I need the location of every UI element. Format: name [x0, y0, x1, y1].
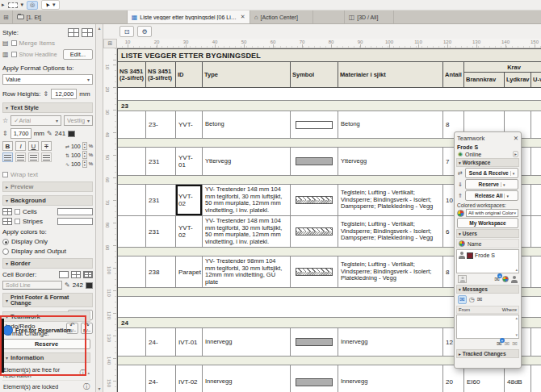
workspace-section-header[interactable]: ▾ Workspace: [456, 158, 519, 167]
tab-action-center[interactable]: ⌂ [Action Center]: [250, 10, 313, 23]
line-leading-stepper[interactable]: ▴▾: [82, 151, 87, 159]
new-message-icon[interactable]: ✉: [497, 340, 502, 348]
merge-items-checkbox[interactable]: [11, 40, 17, 46]
cell-materials[interactable]: Innervegg: [338, 365, 443, 392]
cell-uverdi[interactable]: [531, 216, 541, 247]
inbox-mail-icon[interactable]: ✉: [458, 295, 467, 304]
chevron-right-icon[interactable]: ▸: [513, 151, 518, 157]
users-section-header[interactable]: ▾ Users: [456, 229, 519, 238]
tab-overview-grid[interactable]: ⊞: [0, 10, 13, 23]
release-all-button[interactable]: Release All ▾: [465, 190, 518, 201]
close-icon[interactable]: ✕: [514, 135, 518, 142]
bold-button[interactable]: B: [2, 141, 13, 151]
header-brannkrav[interactable]: Brannkrav: [464, 73, 505, 87]
workspace-colors-icon[interactable]: [502, 276, 509, 282]
step-down-icon[interactable]: ▾: [84, 155, 86, 158]
cell-ns3[interactable]: 231: [146, 185, 176, 215]
border-pen-swatch[interactable]: [86, 282, 93, 289]
teamwork-section-header[interactable]: ▾ Teamwork: [2, 311, 90, 322]
print-footer-section-header[interactable]: ▾ Print Footer & Format Change: [2, 293, 93, 307]
step-down-icon[interactable]: ▾: [84, 146, 86, 149]
user-profile-icon[interactable]: [511, 276, 518, 283]
reserve-button[interactable]: Reserve: [2, 339, 90, 349]
chevron-down-icon[interactable]: ▾: [21, 1, 24, 9]
cell-symbol[interactable]: [291, 216, 338, 247]
cell-ns2[interactable]: [118, 365, 146, 392]
cell-ns2[interactable]: [118, 256, 146, 287]
strikethrough-button[interactable]: T: [41, 141, 52, 151]
row-height-input[interactable]: 12,000: [51, 89, 77, 99]
cell-id[interactable]: YVT-02: [176, 216, 203, 247]
font-family-select[interactable]: ✓Arial ▾: [10, 115, 61, 126]
text-pen-value[interactable]: 241: [55, 130, 65, 137]
line-leading-value[interactable]: 100: [71, 152, 81, 158]
cell-uverdi[interactable]: [531, 111, 541, 138]
messages-section-header[interactable]: ▾ Messages: [456, 285, 519, 294]
users-list[interactable]: Frode S ▴: [456, 249, 519, 273]
header-materials[interactable]: Materialer i sjikt: [338, 62, 443, 87]
line-type-select[interactable]: Solid Line: [2, 281, 62, 290]
letter-spacing-stepper[interactable]: ▴▾: [82, 142, 87, 150]
reply-message-icon[interactable]: ✉: [512, 340, 518, 348]
chevron-down-icon[interactable]: ▾: [52, 1, 56, 9]
scroll-up-icon[interactable]: ▴: [98, 25, 100, 31]
cell-ns2[interactable]: [118, 216, 146, 247]
cell-materials[interactable]: Teglstein; Lufting - Vertikalt; Vindsper…: [338, 185, 443, 215]
cell-materials[interactable]: Teglstein; Lufting - Vertikalt; Vindsper…: [338, 256, 443, 287]
preview-section-header[interactable]: ▸ Preview: [2, 181, 93, 192]
cell-uverdi[interactable]: [531, 365, 541, 392]
align-left-button[interactable]: [2, 152, 13, 162]
cell-ns2[interactable]: [118, 185, 146, 215]
close-icon[interactable]: ✕: [241, 14, 245, 20]
background-section-header[interactable]: ▾ Background: [2, 195, 93, 206]
cell-materials[interactable]: Innervegg: [338, 328, 443, 356]
users-name-header[interactable]: Name: [456, 239, 519, 248]
border-section-header[interactable]: ▾ Border: [2, 258, 93, 269]
cell-type[interactable]: YV- Trestender 148 mm 104 mm teglforbl, …: [203, 216, 291, 247]
messages-list[interactable]: ▴ ▾: [456, 315, 519, 339]
cell-ns3[interactable]: 238: [146, 256, 176, 287]
cell-type[interactable]: Betong: [203, 111, 291, 138]
header-ns3[interactable]: NS 3451 (3-sifret): [146, 62, 176, 87]
favorites-star-icon[interactable]: ☆: [2, 117, 8, 124]
cell-type[interactable]: Innervegg: [203, 365, 291, 392]
show-headline-checkbox[interactable]: [11, 52, 17, 57]
marquee-tool-icon[interactable]: [8, 2, 18, 8]
tab-schedule-active[interactable]: ▦ Liste vegger etter bygningsdel [06 Lis…: [128, 10, 250, 23]
italic-button[interactable]: I: [15, 141, 26, 151]
group-header-row[interactable]: 23: [118, 101, 541, 111]
from-column-label[interactable]: From: [459, 307, 470, 312]
user-list-item[interactable]: Frode S: [457, 250, 518, 261]
stripes-checkbox[interactable]: [15, 219, 20, 224]
display-only-radio[interactable]: [2, 239, 9, 245]
cell-ns3[interactable]: 24-: [146, 328, 176, 356]
ruler-corner[interactable]: ⊞: [103, 39, 117, 48]
cell-materials[interactable]: Yttervegg: [338, 148, 443, 175]
cell-symbol[interactable]: [291, 185, 338, 215]
cell-ns2[interactable]: [118, 111, 146, 138]
cell-id[interactable]: Parapet: [176, 256, 203, 287]
border-pen-value[interactable]: 242: [73, 281, 83, 289]
header-ns2[interactable]: NS 3451 (2-sifret): [118, 62, 146, 87]
schedule-scheme-button[interactable]: ⊡: [120, 26, 134, 37]
cell-ns3[interactable]: 23-: [146, 111, 176, 138]
pending-clock-icon[interactable]: ◷: [469, 296, 475, 303]
sent-mail-icon[interactable]: ✉: [477, 296, 483, 303]
header-type[interactable]: Type: [203, 62, 291, 87]
v-ruler[interactable]: 102030405060708090100110120130140150: [103, 48, 117, 392]
table-style-b-icon[interactable]: [82, 28, 93, 37]
request-elements-icon[interactable]: ✉: [494, 276, 500, 283]
header-symbol[interactable]: Symbol: [291, 62, 338, 87]
cell-id[interactable]: YVT-01: [176, 148, 203, 175]
cell-ns3[interactable]: 231: [146, 216, 176, 247]
font-script-select[interactable]: Vestlig ▾: [64, 115, 93, 126]
tracked-changes-section-header[interactable]: ▸ Tracked Changes: [456, 349, 519, 358]
width-factor-stepper[interactable]: ▴▾: [82, 160, 87, 168]
cell-ns3[interactable]: 24-: [146, 365, 176, 392]
header-antall[interactable]: Antall: [443, 62, 464, 87]
cell-materials[interactable]: Teglstein; Lufting - Vertikalt; Vindsper…: [338, 216, 443, 247]
scroll-down-icon[interactable]: ▾: [98, 386, 100, 391]
headline-edit-button[interactable]: Edit...: [63, 49, 93, 60]
cell-id[interactable]: YVT-02: [176, 185, 203, 215]
width-factor-value[interactable]: 100: [71, 161, 81, 167]
